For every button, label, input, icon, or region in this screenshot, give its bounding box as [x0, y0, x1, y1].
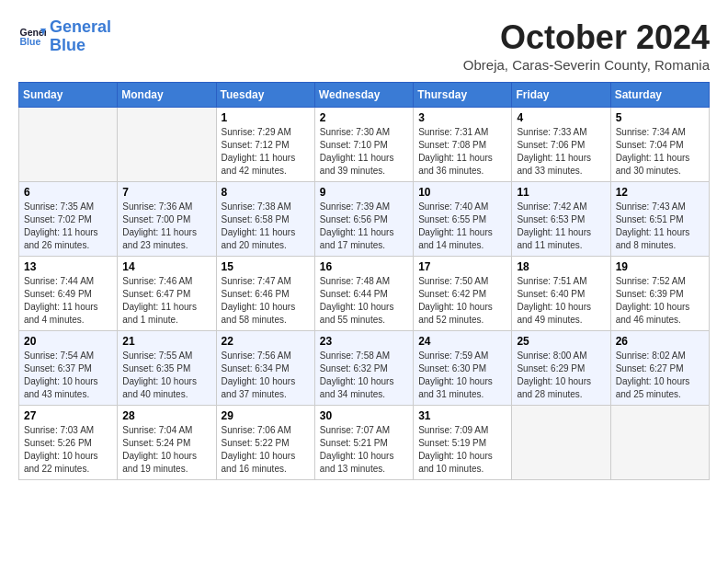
calendar-cell-1-4: 2 Sunrise: 7:30 AM Sunset: 7:10 PM Dayli… [314, 108, 413, 182]
day-info: Sunrise: 7:34 AM Sunset: 7:04 PM Dayligh… [616, 126, 704, 178]
week-row-5: 27 Sunrise: 7:03 AM Sunset: 5:26 PM Dayl… [19, 406, 710, 480]
day-info: Sunrise: 7:40 AM Sunset: 6:55 PM Dayligh… [418, 201, 506, 252]
calendar-cell-4-3: 22 Sunrise: 7:56 AM Sunset: 6:34 PM Dayl… [216, 331, 314, 406]
day-number: 13 [24, 260, 112, 273]
day-info: Sunrise: 7:47 AM Sunset: 6:46 PM Dayligh… [222, 275, 310, 327]
calendar-cell-5-2: 28 Sunrise: 7:04 AM Sunset: 5:24 PM Dayl… [118, 406, 216, 480]
day-info: Sunrise: 7:59 AM Sunset: 6:30 PM Dayligh… [418, 350, 506, 401]
calendar-cell-2-4: 9 Sunrise: 7:39 AM Sunset: 6:56 PM Dayli… [314, 182, 413, 257]
calendar-cell-1-3: 1 Sunrise: 7:29 AM Sunset: 7:12 PM Dayli… [216, 108, 314, 182]
day-info: Sunrise: 7:06 AM Sunset: 5:22 PM Dayligh… [222, 424, 310, 476]
day-number: 30 [320, 409, 408, 422]
day-info: Sunrise: 7:07 AM Sunset: 5:21 PM Dayligh… [320, 424, 408, 476]
calendar-cell-3-2: 14 Sunrise: 7:46 AM Sunset: 6:47 PM Dayl… [118, 257, 216, 331]
week-row-2: 6 Sunrise: 7:35 AM Sunset: 7:02 PM Dayli… [19, 182, 710, 257]
day-number: 21 [122, 335, 210, 348]
day-number: 7 [122, 186, 210, 199]
day-info: Sunrise: 7:30 AM Sunset: 7:10 PM Dayligh… [320, 126, 408, 178]
calendar-cell-5-3: 29 Sunrise: 7:06 AM Sunset: 5:22 PM Dayl… [216, 406, 314, 480]
day-info: Sunrise: 8:02 AM Sunset: 6:27 PM Dayligh… [616, 350, 704, 401]
calendar: Sunday Monday Tuesday Wednesday Thursday… [18, 82, 710, 480]
day-info: Sunrise: 7:09 AM Sunset: 5:19 PM Dayligh… [418, 424, 506, 476]
day-number: 25 [517, 335, 605, 348]
day-number: 22 [222, 335, 310, 348]
calendar-cell-5-1: 27 Sunrise: 7:03 AM Sunset: 5:26 PM Dayl… [19, 406, 118, 480]
day-info: Sunrise: 8:00 AM Sunset: 6:29 PM Dayligh… [517, 350, 605, 401]
calendar-cell-5-5: 31 Sunrise: 7:09 AM Sunset: 5:19 PM Dayl… [414, 406, 512, 480]
day-info: Sunrise: 7:38 AM Sunset: 6:58 PM Dayligh… [222, 201, 310, 252]
location-subtitle: Obreja, Caras-Severin County, Romania [463, 57, 710, 73]
day-number: 23 [320, 335, 408, 348]
day-number: 27 [24, 409, 112, 422]
day-number: 16 [320, 260, 408, 273]
header-thursday: Thursday [414, 83, 512, 108]
day-info: Sunrise: 7:03 AM Sunset: 5:26 PM Dayligh… [24, 424, 112, 476]
day-info: Sunrise: 7:39 AM Sunset: 6:56 PM Dayligh… [320, 201, 408, 252]
calendar-cell-3-1: 13 Sunrise: 7:44 AM Sunset: 6:49 PM Dayl… [19, 257, 118, 331]
day-info: Sunrise: 7:55 AM Sunset: 6:35 PM Dayligh… [122, 350, 210, 401]
logo-text-line1: General [50, 18, 111, 37]
calendar-cell-4-2: 21 Sunrise: 7:55 AM Sunset: 6:35 PM Dayl… [118, 331, 216, 406]
month-title: October 2024 [463, 18, 710, 57]
calendar-cell-3-5: 17 Sunrise: 7:50 AM Sunset: 6:42 PM Dayl… [414, 257, 512, 331]
day-info: Sunrise: 7:44 AM Sunset: 6:49 PM Dayligh… [24, 275, 112, 327]
calendar-cell-2-7: 12 Sunrise: 7:43 AM Sunset: 6:51 PM Dayl… [610, 182, 709, 257]
day-info: Sunrise: 7:42 AM Sunset: 6:53 PM Dayligh… [517, 201, 605, 252]
day-number: 6 [24, 186, 112, 199]
day-number: 2 [320, 111, 408, 124]
day-number: 11 [517, 186, 605, 199]
header-wednesday: Wednesday [314, 83, 413, 108]
day-info: Sunrise: 7:56 AM Sunset: 6:34 PM Dayligh… [222, 350, 310, 401]
day-info: Sunrise: 7:04 AM Sunset: 5:24 PM Dayligh… [122, 424, 210, 476]
day-info: Sunrise: 7:36 AM Sunset: 7:00 PM Dayligh… [122, 201, 210, 252]
header-tuesday: Tuesday [216, 83, 314, 108]
day-number: 19 [616, 260, 704, 273]
calendar-cell-3-7: 19 Sunrise: 7:52 AM Sunset: 6:39 PM Dayl… [610, 257, 709, 331]
day-info: Sunrise: 7:43 AM Sunset: 6:51 PM Dayligh… [616, 201, 704, 252]
day-info: Sunrise: 7:31 AM Sunset: 7:08 PM Dayligh… [418, 126, 506, 178]
header-sunday: Sunday [19, 83, 118, 108]
calendar-cell-4-5: 24 Sunrise: 7:59 AM Sunset: 6:30 PM Dayl… [414, 331, 512, 406]
day-number: 3 [418, 111, 506, 124]
calendar-cell-2-3: 8 Sunrise: 7:38 AM Sunset: 6:58 PM Dayli… [216, 182, 314, 257]
day-number: 20 [24, 335, 112, 348]
calendar-cell-3-4: 16 Sunrise: 7:48 AM Sunset: 6:44 PM Dayl… [314, 257, 413, 331]
calendar-cell-1-6: 4 Sunrise: 7:33 AM Sunset: 7:06 PM Dayli… [512, 108, 610, 182]
day-number: 15 [222, 260, 310, 273]
day-number: 26 [616, 335, 704, 348]
day-number: 4 [517, 111, 605, 124]
page-header: General Blue General Blue October 2024 O… [18, 18, 710, 73]
day-info: Sunrise: 7:29 AM Sunset: 7:12 PM Dayligh… [222, 126, 310, 178]
day-number: 1 [222, 111, 310, 124]
calendar-cell-3-6: 18 Sunrise: 7:51 AM Sunset: 6:40 PM Dayl… [512, 257, 610, 331]
week-row-3: 13 Sunrise: 7:44 AM Sunset: 6:49 PM Dayl… [19, 257, 710, 331]
svg-text:Blue: Blue [20, 36, 41, 47]
calendar-cell-1-5: 3 Sunrise: 7:31 AM Sunset: 7:08 PM Dayli… [414, 108, 512, 182]
day-info: Sunrise: 7:54 AM Sunset: 6:37 PM Dayligh… [24, 350, 112, 401]
header-saturday: Saturday [610, 83, 709, 108]
day-info: Sunrise: 7:58 AM Sunset: 6:32 PM Dayligh… [320, 350, 408, 401]
day-info: Sunrise: 7:48 AM Sunset: 6:44 PM Dayligh… [320, 275, 408, 327]
calendar-cell-4-1: 20 Sunrise: 7:54 AM Sunset: 6:37 PM Dayl… [19, 331, 118, 406]
day-info: Sunrise: 7:33 AM Sunset: 7:06 PM Dayligh… [517, 126, 605, 178]
day-number: 10 [418, 186, 506, 199]
header-friday: Friday [512, 83, 610, 108]
day-number: 31 [418, 409, 506, 422]
calendar-cell-5-4: 30 Sunrise: 7:07 AM Sunset: 5:21 PM Dayl… [314, 406, 413, 480]
day-number: 29 [222, 409, 310, 422]
logo-text-line2: Blue [50, 37, 111, 55]
day-number: 18 [517, 260, 605, 273]
calendar-cell-1-1 [19, 108, 118, 182]
week-row-1: 1 Sunrise: 7:29 AM Sunset: 7:12 PM Dayli… [19, 108, 710, 182]
calendar-cell-2-1: 6 Sunrise: 7:35 AM Sunset: 7:02 PM Dayli… [19, 182, 118, 257]
title-block: October 2024 Obreja, Caras-Severin Count… [463, 18, 710, 73]
calendar-cell-1-2 [118, 108, 216, 182]
calendar-cell-4-6: 25 Sunrise: 8:00 AM Sunset: 6:29 PM Dayl… [512, 331, 610, 406]
day-number: 14 [122, 260, 210, 273]
calendar-cell-4-7: 26 Sunrise: 8:02 AM Sunset: 6:27 PM Dayl… [610, 331, 709, 406]
weekday-header-row: Sunday Monday Tuesday Wednesday Thursday… [19, 83, 710, 108]
calendar-cell-2-2: 7 Sunrise: 7:36 AM Sunset: 7:00 PM Dayli… [118, 182, 216, 257]
logo: General Blue General Blue [18, 18, 111, 55]
day-info: Sunrise: 7:51 AM Sunset: 6:40 PM Dayligh… [517, 275, 605, 327]
day-info: Sunrise: 7:46 AM Sunset: 6:47 PM Dayligh… [122, 275, 210, 327]
